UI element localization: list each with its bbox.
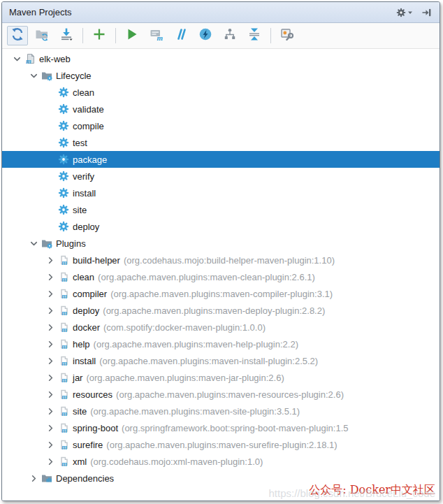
tree-row-jar[interactable]: m jar (org.apache.maven.plugins:maven-ja… <box>2 369 440 386</box>
tree-row-deploy[interactable]: deploy <box>2 218 440 235</box>
maven-plugin-icon: m <box>58 271 69 282</box>
tree-row-label: compile <box>73 121 104 131</box>
generate-sources-button[interactable] <box>31 26 52 45</box>
svg-text:m: m <box>61 376 67 383</box>
toolbar-separator <box>270 28 271 43</box>
tree-row-label: deploy <box>73 305 99 316</box>
chevron-placeholder <box>44 171 57 182</box>
tree-row-clean[interactable]: clean <box>2 84 440 101</box>
tree-row-description: (org.apache.maven.plugins:maven-jar-plug… <box>86 373 284 383</box>
svg-text:m: m <box>61 309 67 316</box>
tree-row-site[interactable]: site <box>2 201 440 218</box>
chevron-right-icon[interactable] <box>44 422 57 433</box>
chevron-down-icon[interactable] <box>27 70 40 81</box>
chevron-right-icon[interactable] <box>44 456 57 467</box>
svg-text:m: m <box>61 443 67 450</box>
chevron-right-icon[interactable] <box>44 338 57 350</box>
folder-gear-icon <box>41 70 52 81</box>
tree-row-build-helper[interactable]: m build-helper (org.codehaus.mojo:build-… <box>2 252 440 268</box>
tree-row-spring-boot[interactable]: m spring-boot (org.springframework.boot:… <box>2 419 440 436</box>
chevron-down-icon[interactable] <box>10 53 23 64</box>
tree-row-description: (org.apache.maven.plugins:maven-deploy-p… <box>103 305 325 316</box>
svg-text:m: m <box>61 292 67 299</box>
download-sources-button[interactable] <box>56 26 77 45</box>
tree-row-validate[interactable]: validate <box>2 101 440 117</box>
tree-row-plugins[interactable]: Plugins <box>2 235 440 252</box>
tree-row-label: validate <box>73 104 104 115</box>
add-maven-project-button[interactable] <box>89 26 110 45</box>
toolbar-separator <box>82 28 83 43</box>
folder-deps-icon <box>41 473 52 484</box>
tree-row-install[interactable]: m install (org.apache.maven.plugins:mave… <box>2 352 440 369</box>
tree-row-label: verify <box>73 171 94 182</box>
maven-tree: m elk-web Lifecycle clean validate compi… <box>2 49 440 501</box>
tree-row-label: package <box>73 154 107 165</box>
hide-panel-icon[interactable] <box>421 7 433 18</box>
tree-row-dependencies[interactable]: Dependencies <box>2 470 440 487</box>
tree-row-label: site <box>73 205 87 215</box>
svg-text:m: m <box>61 326 67 333</box>
collapse-all-button[interactable] <box>244 26 265 45</box>
panel-titlebar: Maven Projects <box>2 2 440 23</box>
goal-gear-icon <box>58 120 69 131</box>
show-dependencies-button[interactable] <box>219 26 240 45</box>
titlebar-actions <box>396 7 433 18</box>
execute-maven-goal-button[interactable]: m <box>146 26 167 45</box>
tree-row-label: deploy <box>73 222 99 232</box>
chevron-right-icon[interactable] <box>27 473 40 484</box>
maven-plugin-icon: m <box>58 405 69 417</box>
svg-text:m: m <box>61 393 67 400</box>
tree-row-compile[interactable]: compile <box>2 117 440 134</box>
collapse-all-icon <box>247 27 261 44</box>
chevron-right-icon[interactable] <box>44 305 57 316</box>
chevron-right-icon[interactable] <box>44 389 57 400</box>
chevron-placeholder <box>44 103 57 115</box>
tree-row-compiler[interactable]: m compiler (org.apache.maven.plugins:mav… <box>2 285 440 302</box>
chevron-down-icon[interactable] <box>27 238 40 249</box>
tree-row-docker[interactable]: m docker (com.spotify:docker-maven-plugi… <box>2 319 440 336</box>
chevron-right-icon[interactable] <box>44 254 57 266</box>
tree-row-resources[interactable]: m resources (org.apache.maven.plugins:ma… <box>2 386 440 403</box>
chevron-right-icon[interactable] <box>44 288 57 299</box>
chevron-right-icon[interactable] <box>44 439 57 450</box>
tree-row-description: (org.apache.maven.plugins:maven-compiler… <box>110 289 333 299</box>
svg-text:m: m <box>61 259 67 266</box>
tree-row-help[interactable]: m help (org.apache.maven.plugins:maven-h… <box>2 336 440 352</box>
tree-row-verify[interactable]: verify <box>2 168 440 185</box>
chevron-right-icon[interactable] <box>44 271 57 282</box>
tree-row-label: docker <box>73 322 100 333</box>
skip-tests-button[interactable] <box>170 26 191 45</box>
run-maven-build-button[interactable] <box>122 26 143 45</box>
chevron-right-icon[interactable] <box>44 355 57 366</box>
tree-row-test[interactable]: test <box>2 134 440 151</box>
offline-mode-button[interactable] <box>195 26 216 45</box>
chevron-placeholder <box>44 221 57 232</box>
tree-row-label: surefire <box>73 440 103 450</box>
tree-row-lifecycle[interactable]: Lifecycle <box>2 67 440 84</box>
tree-row-install[interactable]: install <box>2 185 440 201</box>
tree-row-site[interactable]: m site (org.apache.maven.plugins:maven-s… <box>2 403 440 419</box>
reimport-all-button[interactable] <box>7 26 28 45</box>
goal-gear-icon <box>58 221 69 232</box>
tree-row-deploy[interactable]: m deploy (org.apache.maven.plugins:maven… <box>2 302 440 319</box>
tree-row-description: (org.codehaus.mojo:build-helper-maven-pl… <box>124 255 335 266</box>
tree-row-label: spring-boot <box>73 423 118 433</box>
tree-row-label: clean <box>73 87 94 98</box>
tree-row-clean[interactable]: m clean (org.apache.maven.plugins:maven-… <box>2 268 440 285</box>
maven-plugin-icon: m <box>58 422 69 433</box>
chevron-placeholder <box>44 187 57 199</box>
tree-row-label: compiler <box>73 289 107 299</box>
tree-row-label: resources <box>73 389 112 400</box>
chevron-right-icon[interactable] <box>44 322 57 333</box>
chevron-right-icon[interactable] <box>44 405 57 417</box>
tree-row-description: (org.apache.maven.plugins:maven-resource… <box>116 389 344 400</box>
tree-row-package[interactable]: package <box>2 151 440 168</box>
tree-row-description: (org.springframework.boot:spring-boot-ma… <box>122 423 348 433</box>
chevron-right-icon[interactable] <box>44 372 57 383</box>
skip-tests-icon <box>174 27 188 44</box>
tree-row-elk-web[interactable]: m elk-web <box>2 50 440 67</box>
tree-row-surefire[interactable]: m surefire (org.apache.maven.plugins:mav… <box>2 436 440 453</box>
gear-dropdown-icon[interactable] <box>396 8 413 17</box>
maven-settings-button[interactable] <box>277 26 298 45</box>
tree-row-xml[interactable]: m xml (org.codehaus.mojo:xml-maven-plugi… <box>2 453 440 470</box>
